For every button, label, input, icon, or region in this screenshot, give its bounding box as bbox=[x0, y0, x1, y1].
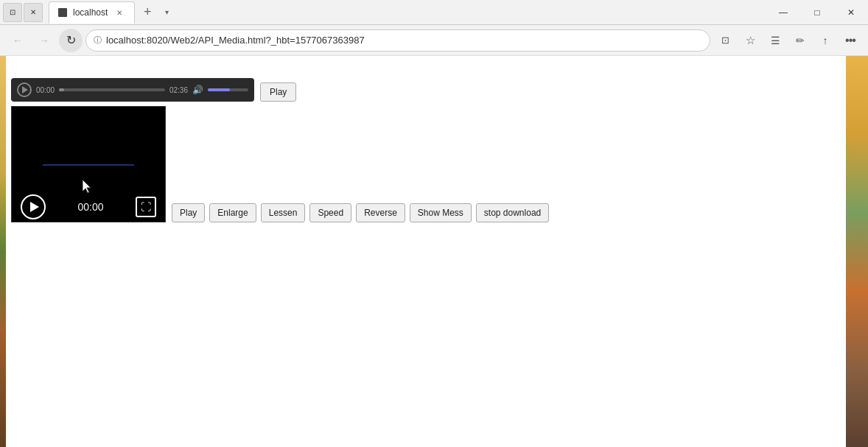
forward-button[interactable]: → bbox=[32, 29, 56, 52]
audio-play-triangle bbox=[22, 86, 28, 94]
settings-more-button[interactable]: ••• bbox=[839, 29, 862, 52]
volume-icon: 🔊 bbox=[192, 85, 203, 95]
bg-thumbnails-right bbox=[846, 56, 868, 447]
audio-duration: 02:36 bbox=[169, 86, 188, 94]
tab-close-btn[interactable]: ✕ bbox=[24, 3, 43, 22]
close-button[interactable]: ✕ bbox=[834, 0, 868, 25]
show-mess-button[interactable]: Show Mess bbox=[410, 203, 472, 222]
fullscreen-icon: ⛶ bbox=[141, 201, 151, 213]
navigation-bar: ← → ↻ ⓘ localhost:8020/Web2/API_Media.ht… bbox=[0, 25, 868, 56]
audio-play-icon[interactable] bbox=[17, 82, 32, 97]
video-time-display: 00:00 bbox=[77, 201, 103, 213]
video-play-button[interactable] bbox=[21, 194, 46, 219]
video-player: 00:00 ⛶ bbox=[11, 106, 166, 222]
tab-favicon bbox=[58, 8, 67, 17]
video-area: 00:00 ⛶ Play Enlarge Lessen Speed Revers… bbox=[11, 106, 549, 222]
notes-button[interactable]: ✏ bbox=[788, 29, 812, 52]
back-button[interactable]: ← bbox=[6, 29, 29, 52]
refresh-icon: ↻ bbox=[66, 33, 76, 47]
bg-thumbnails-left bbox=[0, 56, 6, 447]
volume-fill bbox=[208, 88, 230, 91]
reading-view-button[interactable]: ⊡ bbox=[713, 29, 737, 52]
lessen-button[interactable]: Lessen bbox=[261, 203, 306, 222]
active-tab[interactable]: localhost ✕ bbox=[49, 1, 135, 24]
address-text: localhost:8020/Web2/API_Media.html?_hbt=… bbox=[106, 35, 702, 46]
audio-player: 00:00 02:36 🔊 bbox=[11, 78, 254, 102]
minimize-button[interactable]: — bbox=[766, 0, 800, 25]
tab-title: localhost bbox=[73, 7, 108, 18]
new-tab-button[interactable]: + bbox=[138, 3, 157, 22]
video-play-btn[interactable]: Play bbox=[172, 203, 205, 222]
video-controls-overlay: 00:00 ⛶ bbox=[12, 192, 165, 222]
video-play-icon bbox=[30, 202, 39, 212]
page-content: 00:00 02:36 🔊 Play bbox=[0, 56, 868, 447]
security-icon: ⓘ bbox=[94, 35, 102, 46]
reverse-button[interactable]: Reverse bbox=[356, 203, 405, 222]
volume-bar[interactable] bbox=[208, 88, 248, 91]
collections-button[interactable]: ☰ bbox=[763, 29, 787, 52]
window-controls: — □ ✕ bbox=[766, 0, 868, 25]
audio-progress-fill bbox=[59, 88, 64, 91]
maximize-button[interactable]: □ bbox=[800, 0, 834, 25]
audio-play-button[interactable]: Play bbox=[260, 82, 296, 102]
audio-current-time: 00:00 bbox=[36, 86, 55, 94]
favorites-button[interactable]: ☆ bbox=[738, 29, 762, 52]
tab-restore-btn[interactable]: ⊡ bbox=[3, 3, 22, 22]
tab-list-button[interactable]: ▾ bbox=[157, 3, 176, 22]
title-bar-controls: ⊡ ✕ bbox=[3, 3, 43, 22]
refresh-button[interactable]: ↻ bbox=[59, 29, 83, 52]
video-progress-line bbox=[43, 164, 135, 166]
nav-icons-right: ⊡ ☆ ☰ ✏ ↑ ••• bbox=[713, 29, 862, 52]
speed-button[interactable]: Speed bbox=[309, 203, 351, 222]
media-area: 00:00 02:36 🔊 Play bbox=[11, 78, 549, 222]
address-bar[interactable]: ⓘ localhost:8020/Web2/API_Media.html?_hb… bbox=[85, 29, 710, 52]
forward-icon: → bbox=[39, 35, 49, 46]
video-buttons-row: Play Enlarge Lessen Speed Reverse Show M… bbox=[172, 203, 549, 222]
audio-progress-bar[interactable] bbox=[59, 88, 165, 91]
share-button[interactable]: ↑ bbox=[813, 29, 837, 52]
fullscreen-button[interactable]: ⛶ bbox=[136, 197, 156, 217]
tab-close-icon[interactable]: ✕ bbox=[113, 7, 125, 18]
back-icon: ← bbox=[13, 35, 23, 46]
enlarge-button[interactable]: Enlarge bbox=[209, 203, 256, 222]
browser-window: ⊡ ✕ localhost ✕ + ▾ — □ ✕ ← → ↻ ⓘ loca bbox=[0, 0, 868, 447]
stop-download-button[interactable]: stop download bbox=[476, 203, 549, 222]
